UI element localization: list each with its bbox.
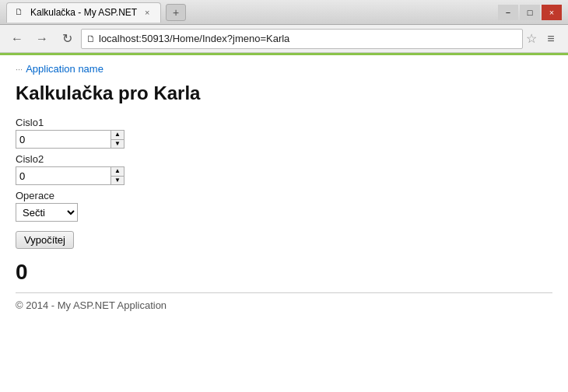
address-bar[interactable] <box>99 33 517 44</box>
cislo1-up-button[interactable]: ▲ <box>111 131 124 140</box>
cislo1-input-wrapper: ▲ ▼ <box>16 130 124 149</box>
minimize-button[interactable]: − <box>498 5 518 20</box>
refresh-button[interactable]: ↻ <box>56 28 78 50</box>
operace-group: Operace Sečti Odečti Vynásob Vyděl <box>16 190 552 222</box>
cislo1-spinner: ▲ ▼ <box>110 130 124 149</box>
window-controls: − □ × <box>498 5 562 20</box>
footer-divider <box>16 292 552 293</box>
back-button[interactable]: ← <box>6 28 28 50</box>
result-value: 0 <box>16 260 552 285</box>
app-window: 🗋 Kalkulačka - My ASP.NET × + − □ × ← → … <box>0 0 568 392</box>
page-title: Kalkulačka pro Karla <box>16 82 552 104</box>
breadcrumb-link[interactable]: Application name <box>26 63 103 75</box>
content-area: ··· Application name Kalkulačka pro Karl… <box>0 53 568 392</box>
operace-select[interactable]: Sečti Odečti Vynásob Vyděl <box>16 203 78 222</box>
operace-label: Operace <box>16 190 552 201</box>
tab-title: Kalkulačka - My ASP.NET <box>30 7 137 18</box>
cislo2-input-wrapper: ▲ ▼ <box>16 166 124 185</box>
address-bar-container[interactable]: 🗋 <box>81 29 523 49</box>
title-bar: 🗋 Kalkulačka - My ASP.NET × + − □ × <box>0 0 568 25</box>
cislo2-input[interactable] <box>16 166 110 185</box>
bookmark-button[interactable]: ☆ <box>526 31 537 46</box>
cislo2-spinner: ▲ ▼ <box>110 166 124 185</box>
breadcrumb-separator: ··· <box>16 65 23 74</box>
operace-select-wrapper: Sečti Odečti Vynásob Vyděl <box>16 203 78 222</box>
forward-button[interactable]: → <box>31 28 53 50</box>
cislo2-label: Cislo2 <box>16 153 552 165</box>
close-button[interactable]: × <box>542 5 562 20</box>
cislo1-group: Cislo1 ▲ ▼ <box>16 117 552 149</box>
page-icon: 🗋 <box>86 33 96 44</box>
maximize-button[interactable]: □ <box>520 5 540 20</box>
browser-menu-button[interactable]: ≡ <box>540 28 562 50</box>
cislo2-group: Cislo2 ▲ ▼ <box>16 153 552 185</box>
tab-close-button[interactable]: × <box>142 7 153 18</box>
browser-tab[interactable]: 🗋 Kalkulačka - My ASP.NET × <box>6 2 161 23</box>
calculate-button[interactable]: Vypočítej <box>16 231 74 249</box>
breadcrumb: ··· Application name <box>16 63 552 75</box>
cislo1-down-button[interactable]: ▼ <box>111 140 124 149</box>
cislo1-input[interactable] <box>16 130 110 149</box>
footer: © 2014 - My ASP.NET Application <box>16 299 552 311</box>
tab-page-icon: 🗋 <box>15 7 26 18</box>
cislo2-down-button[interactable]: ▼ <box>111 177 124 185</box>
nav-bar: ← → ↻ 🗋 ☆ ≡ <box>0 25 568 53</box>
new-tab-button[interactable]: + <box>166 4 186 21</box>
cislo2-up-button[interactable]: ▲ <box>111 167 124 177</box>
cislo1-label: Cislo1 <box>16 117 552 128</box>
